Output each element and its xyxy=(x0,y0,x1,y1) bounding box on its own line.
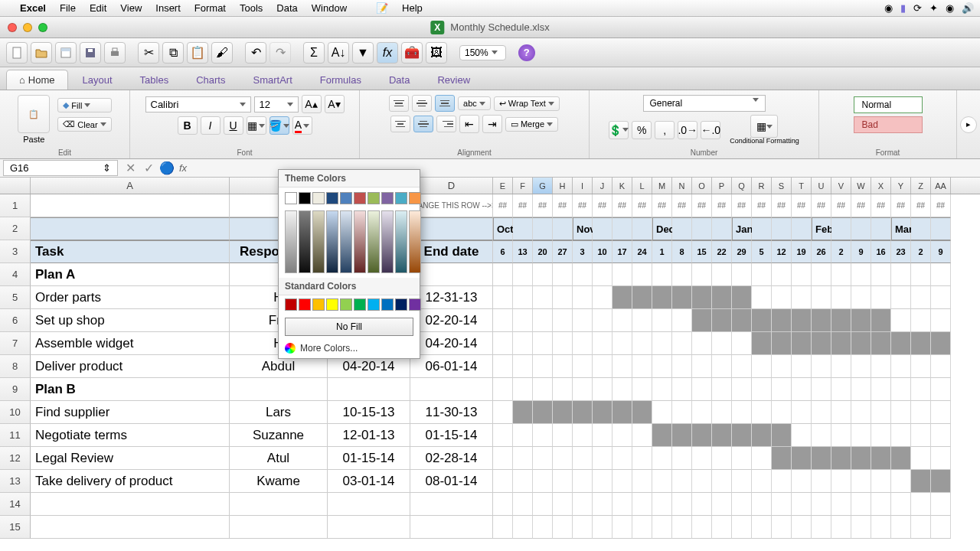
gantt-cell[interactable] xyxy=(493,286,513,309)
spreadsheet[interactable]: A D EFGHIJKLMNOPQRSTUVWXYZAA 12345678910… xyxy=(0,178,980,551)
cell[interactable] xyxy=(533,493,553,516)
col-header-D[interactable]: D xyxy=(410,178,493,194)
gantt-cell[interactable] xyxy=(752,378,772,401)
cell[interactable] xyxy=(792,217,812,240)
day-header[interactable]: 9 xyxy=(931,240,951,263)
tab-formulas[interactable]: Formulas xyxy=(307,70,374,90)
ribbon-overflow-button[interactable]: ▸ xyxy=(960,116,977,133)
cell[interactable]: Nov 2013 xyxy=(573,217,593,240)
gantt-cell[interactable] xyxy=(712,309,732,332)
fx-button[interactable]: 🔵 xyxy=(158,161,176,176)
gantt-cell[interactable] xyxy=(772,424,792,447)
zoom-button[interactable] xyxy=(38,23,47,32)
col-header-J[interactable]: J xyxy=(593,178,612,194)
day-header[interactable]: 2 xyxy=(831,240,851,263)
color-swatch[interactable] xyxy=(326,192,338,204)
menu-edit[interactable]: Edit xyxy=(90,2,106,14)
cell[interactable] xyxy=(911,516,931,539)
row-header-13[interactable]: 13 xyxy=(0,470,31,493)
gantt-cell[interactable] xyxy=(871,470,891,493)
end-cell[interactable] xyxy=(410,378,493,401)
gantt-cell[interactable] xyxy=(533,401,553,424)
theme-tint-columns[interactable] xyxy=(279,209,420,278)
gantt-cell[interactable] xyxy=(931,447,951,470)
gantt-cell[interactable] xyxy=(772,401,792,424)
comma-button[interactable]: , xyxy=(655,121,675,139)
menu-tools[interactable]: Tools xyxy=(240,2,263,14)
cell[interactable]: ## xyxy=(612,194,632,217)
day-header[interactable]: 26 xyxy=(812,240,831,263)
cell[interactable]: ## xyxy=(573,194,593,217)
day-header[interactable]: 29 xyxy=(732,240,752,263)
gantt-cell[interactable] xyxy=(792,378,812,401)
gantt-cell[interactable] xyxy=(493,332,513,355)
format-painter-button[interactable]: 🖌 xyxy=(211,42,233,64)
gantt-cell[interactable] xyxy=(712,447,732,470)
row-header-8[interactable]: 8 xyxy=(0,355,31,378)
cut-button[interactable]: ✂ xyxy=(138,42,159,64)
gantt-cell[interactable] xyxy=(493,470,513,493)
cell[interactable] xyxy=(812,516,831,539)
status-icon[interactable]: ▮ xyxy=(900,2,906,14)
conditional-formatting-button[interactable]: ▦ xyxy=(750,115,778,138)
cell[interactable] xyxy=(752,217,772,240)
cell[interactable] xyxy=(692,493,712,516)
cell[interactable] xyxy=(851,516,871,539)
help-button[interactable]: ? xyxy=(518,44,535,61)
gantt-cell[interactable] xyxy=(712,332,732,355)
col-header-S[interactable]: S xyxy=(772,178,792,194)
cell[interactable]: Feb 2014 xyxy=(812,217,831,240)
gantt-cell[interactable] xyxy=(911,355,931,378)
align-right-button[interactable] xyxy=(436,116,456,132)
gantt-cell[interactable] xyxy=(911,286,931,309)
day-header[interactable]: 20 xyxy=(533,240,553,263)
gantt-cell[interactable] xyxy=(632,309,652,332)
underline-button[interactable]: U xyxy=(224,116,243,135)
responsible-cell[interactable] xyxy=(230,378,328,401)
outdent-button[interactable]: ⇤ xyxy=(459,115,479,133)
gantt-cell[interactable] xyxy=(612,355,632,378)
more-colors-button[interactable]: More Colors... xyxy=(279,338,420,358)
gantt-cell[interactable] xyxy=(533,263,553,286)
app-name[interactable]: Excel xyxy=(20,2,46,14)
gantt-cell[interactable] xyxy=(652,355,672,378)
gantt-cell[interactable] xyxy=(812,355,831,378)
menu-help[interactable]: Help xyxy=(402,2,423,14)
gantt-cell[interactable] xyxy=(672,263,692,286)
cell[interactable]: ## xyxy=(871,194,891,217)
gantt-cell[interactable] xyxy=(513,263,533,286)
gantt-cell[interactable] xyxy=(851,286,871,309)
name-box[interactable]: G16⇕ xyxy=(3,160,118,176)
cell[interactable] xyxy=(891,516,911,539)
cell[interactable] xyxy=(632,493,652,516)
cell[interactable]: Dec 2013 xyxy=(652,217,672,240)
gantt-cell[interactable] xyxy=(792,263,812,286)
cell[interactable]: ## xyxy=(712,194,732,217)
italic-button[interactable]: I xyxy=(201,116,220,135)
row-header-10[interactable]: 10 xyxy=(0,401,31,424)
cell[interactable] xyxy=(831,516,851,539)
responsible-cell[interactable]: Kwame xyxy=(230,470,328,493)
task-cell[interactable]: Plan B xyxy=(31,378,230,401)
indent-button[interactable]: ⇥ xyxy=(482,115,502,133)
align-top-button[interactable] xyxy=(389,95,409,112)
gantt-cell[interactable] xyxy=(931,401,951,424)
gantt-cell[interactable] xyxy=(732,263,752,286)
task-cell[interactable]: Find supplier xyxy=(31,401,230,424)
tab-review[interactable]: Review xyxy=(424,70,483,90)
gantt-cell[interactable] xyxy=(553,470,573,493)
menu-window[interactable]: Window xyxy=(312,2,347,14)
gantt-cell[interactable] xyxy=(911,263,931,286)
cell[interactable]: ## xyxy=(911,194,931,217)
task-cell[interactable]: Negotiate terms xyxy=(31,424,230,447)
template-button[interactable] xyxy=(55,42,77,64)
cell[interactable]: ## xyxy=(792,194,812,217)
gantt-cell[interactable] xyxy=(712,286,732,309)
cell[interactable] xyxy=(871,217,891,240)
gantt-cell[interactable] xyxy=(513,424,533,447)
end-cell[interactable]: 08-01-14 xyxy=(410,470,493,493)
cell[interactable]: ## xyxy=(812,194,831,217)
cell[interactable] xyxy=(792,516,812,539)
end-cell[interactable]: 02-20-14 xyxy=(410,309,493,332)
gantt-cell[interactable] xyxy=(513,401,533,424)
